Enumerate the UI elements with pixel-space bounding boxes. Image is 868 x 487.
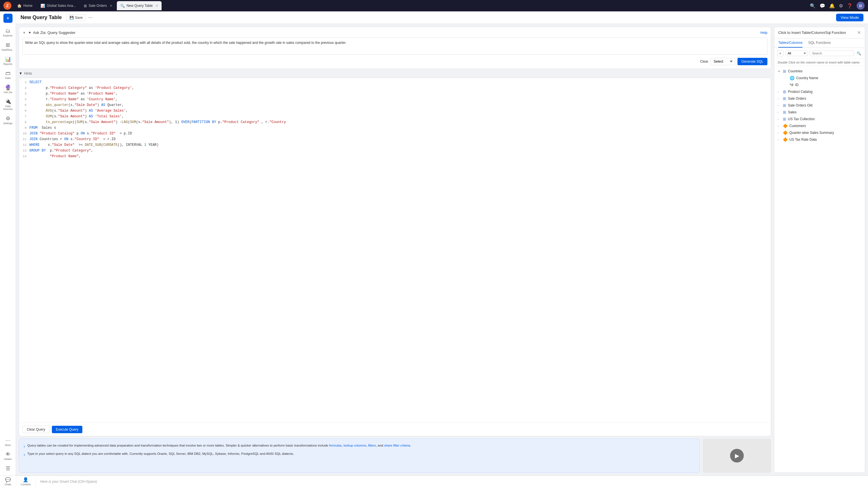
view-mode-button[interactable]: View Mode bbox=[836, 14, 863, 21]
search-icon[interactable]: 🔍 bbox=[856, 50, 862, 56]
add-button[interactable]: + bbox=[3, 14, 12, 23]
zia-textarea[interactable] bbox=[23, 38, 767, 55]
chat-icon[interactable]: 💬 bbox=[819, 3, 825, 8]
tree-table-name: Quarter-wise Sales Summary bbox=[789, 131, 862, 135]
tree-table-item[interactable]: › 🔶 Quarter-wise Sales Summary bbox=[774, 129, 865, 136]
sidebar-item-dashboards[interactable]: ⊞ Dashboa... bbox=[1, 40, 15, 53]
help-icon[interactable]: ❓ bbox=[847, 3, 852, 8]
settings-nav-icon: ⚙ bbox=[6, 115, 10, 122]
save-button[interactable]: 💾 Save bbox=[66, 14, 86, 21]
nav-tab-global-sales[interactable]: 📊Global Sales Ana... bbox=[37, 1, 79, 10]
nav-tab-sale-orders[interactable]: ⊞Sale Orders✕ bbox=[80, 1, 116, 10]
tree-table-item[interactable]: › ⊞ Sale Orders bbox=[774, 95, 865, 102]
save-icon: 💾 bbox=[69, 16, 74, 20]
tree-col-name: Country Name bbox=[796, 76, 862, 80]
sql-line: 4 r."Country Name" as 'Country Name', bbox=[19, 97, 771, 103]
explorer-icon: 🗂 bbox=[5, 28, 10, 34]
contacts-label: Contacts bbox=[21, 483, 31, 486]
tree-table-item[interactable]: › 🔶 Customers bbox=[774, 123, 865, 129]
info-text-2: Type in your select query in any SQL dia… bbox=[27, 451, 294, 458]
tree-table-icon: ⊞ bbox=[783, 69, 786, 73]
query-actions: Clear Query Execute Query bbox=[19, 423, 771, 436]
nav-tab-new-query[interactable]: 🔍New Query Table✕ bbox=[117, 1, 162, 10]
sql-content[interactable]: 1SELECT2 p."Product Category" as 'Produc… bbox=[19, 78, 771, 423]
right-panel-hint: Double Click on the column name to inser… bbox=[774, 59, 865, 66]
reports-icon: 📊 bbox=[5, 56, 11, 62]
line-number: 2 bbox=[19, 86, 29, 90]
zia-help-link[interactable]: Help bbox=[760, 31, 767, 35]
sidebar-item-reports[interactable]: 📊 Reports bbox=[1, 55, 15, 67]
sidebar-item-label: Reports bbox=[3, 63, 12, 66]
tree-column-item[interactable]: *# ID bbox=[774, 82, 865, 88]
sidebar-item-label: Data bbox=[5, 77, 10, 80]
zia-collapse-icon[interactable]: ▼ bbox=[23, 31, 26, 35]
tab-close-icon[interactable]: ✕ bbox=[110, 4, 112, 8]
generate-sql-button[interactable]: Generate SQL bbox=[738, 58, 767, 65]
sql-editor[interactable]: 1SELECT2 p."Product Category" as 'Produc… bbox=[19, 78, 771, 436]
share-filter-link[interactable]: share filter criteria bbox=[384, 444, 410, 447]
smart-chat-input[interactable]: Here is your Smart Chat (Ctrl+Space) bbox=[36, 480, 868, 484]
tree-table-item[interactable]: ▼ ⊞ Countries bbox=[774, 68, 865, 75]
avatar[interactable]: D bbox=[857, 2, 865, 10]
line-number: 11 bbox=[19, 137, 29, 141]
sidebar-item-explorer[interactable]: 🗂 Explorer bbox=[1, 26, 15, 39]
sidebar-item-hamburger[interactable]: ☰ bbox=[1, 464, 15, 473]
table-filter-dropdown[interactable]: All Tables Views bbox=[785, 51, 808, 56]
hints-label[interactable]: Hints bbox=[24, 71, 32, 75]
line-code: JOIN "Product Catalog" p ON s."Product I… bbox=[29, 132, 771, 136]
bell-icon[interactable]: 🔔 bbox=[829, 3, 835, 8]
bottom-item-contacts[interactable]: 👤 Contacts bbox=[16, 476, 36, 487]
tree-table-item[interactable]: › ⊞ US Tax Collection bbox=[774, 116, 865, 123]
hints-collapse-icon[interactable]: ▼ bbox=[19, 71, 23, 75]
sidebar-item-settings[interactable]: ⚙ Settings bbox=[1, 113, 15, 127]
tree-table-item[interactable]: › ⊞ Sale Orders Old bbox=[774, 102, 865, 109]
zia-select-dropdown[interactable]: Select Option 1 bbox=[711, 58, 735, 65]
right-panel-tabs: Tables/Columns SQL Functions bbox=[774, 38, 865, 48]
zia-suggester-panel: ▼ ✦ Ask Zia: Query Suggester Help Clear … bbox=[19, 27, 771, 69]
nav-tab-home[interactable]: 🏠Home bbox=[14, 1, 36, 10]
tab-sql-functions[interactable]: SQL Functions bbox=[808, 38, 831, 47]
tab-close-icon[interactable]: ✕ bbox=[156, 4, 158, 8]
bottom-item-chats[interactable]: 💬 Chats bbox=[0, 476, 16, 487]
content-split: ▼ ✦ Ask Zia: Query Suggester Help Clear … bbox=[16, 24, 868, 476]
ask-zia-icon: 🔮 bbox=[5, 84, 11, 91]
play-button[interactable]: ▶ bbox=[730, 449, 744, 462]
app-logo[interactable]: Z bbox=[3, 2, 11, 10]
tree-table-item[interactable]: › ⊞ Product Catalog bbox=[774, 88, 865, 95]
tree-table-icon: ⊞ bbox=[783, 110, 786, 115]
right-panel-header: Click to Insert Table/Column/Sql Functio… bbox=[774, 27, 865, 38]
sidebar-item-label: Ask Zia bbox=[3, 91, 12, 94]
filters-link[interactable]: filters bbox=[368, 444, 376, 447]
tree-table-item[interactable]: › 🔶 US Tax Rate Data bbox=[774, 136, 865, 143]
search-input[interactable] bbox=[810, 51, 854, 56]
clear-query-button[interactable]: Clear Query bbox=[23, 426, 50, 433]
sidebar-item-data-sources[interactable]: 🔌 Data Sources bbox=[1, 97, 15, 112]
tree-expand-icon: › bbox=[778, 90, 781, 93]
tree-column-item[interactable]: 🌐 Country Name bbox=[774, 75, 865, 82]
right-panel-close-icon[interactable]: ✕ bbox=[857, 30, 861, 35]
sidebar-item-viewer[interactable]: 👁 Viewer bbox=[1, 450, 15, 462]
tree-table-icon: ⊞ bbox=[783, 96, 786, 101]
tree-table-item[interactable]: › ⊞ Sales bbox=[774, 109, 865, 116]
sidebar-item-data[interactable]: 🗃 Data bbox=[1, 69, 15, 82]
sidebar-item-more[interactable]: ⋯ More bbox=[1, 435, 15, 449]
more-options-button[interactable]: ⋯ bbox=[88, 15, 93, 20]
add-table-button[interactable]: + bbox=[777, 50, 783, 56]
data-sources-icon: 🔌 bbox=[5, 98, 11, 104]
sql-line: 1SELECT bbox=[19, 80, 771, 86]
sql-line: 12WHERE s."Sale Date" >= DATE_SUB(CURDAT… bbox=[19, 143, 771, 149]
line-number: 6 bbox=[19, 109, 29, 112]
line-number: 10 bbox=[19, 132, 29, 135]
settings-icon[interactable]: ⚙ bbox=[839, 3, 843, 8]
sidebar-item-ask-zia[interactable]: 🔮 Ask Zia bbox=[1, 83, 15, 96]
zia-clear-button[interactable]: Clear bbox=[700, 60, 708, 64]
search-icon[interactable]: 🔍 bbox=[810, 3, 815, 8]
line-number: 9 bbox=[19, 126, 29, 130]
formulas-link[interactable]: formulas bbox=[329, 444, 342, 447]
tab-tables-columns[interactable]: Tables/Columns bbox=[778, 38, 802, 47]
execute-query-button[interactable]: Execute Query bbox=[52, 426, 82, 433]
video-card[interactable]: ▶ bbox=[703, 439, 771, 473]
tree-table-icon: 🔶 bbox=[783, 137, 788, 142]
sidebar-item-label: Settings bbox=[3, 122, 12, 125]
lookup-columns-link[interactable]: lookup columns bbox=[343, 444, 366, 447]
